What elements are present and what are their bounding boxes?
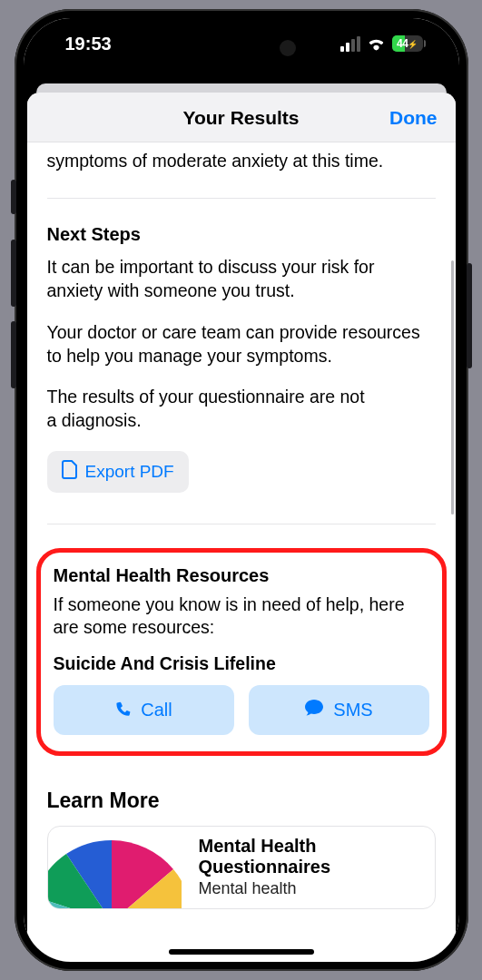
- modal-backdrop: Your Results Done symptoms of moderate a…: [24, 69, 459, 962]
- screen: 19:53 44⚡ Your Results Done: [24, 18, 459, 962]
- status-right: 44⚡: [340, 35, 423, 52]
- phone-icon: [114, 700, 132, 721]
- call-label: Call: [141, 700, 172, 720]
- content-scroll[interactable]: symptoms of moderate anxiety at this tim…: [27, 142, 456, 962]
- cellular-icon: [340, 36, 360, 52]
- battery-icon: 44⚡: [392, 35, 423, 52]
- learn-more-title: Learn More: [47, 789, 436, 813]
- sms-button[interactable]: SMS: [249, 685, 429, 735]
- page-title: Your Results: [183, 107, 300, 129]
- next-steps-title: Next Steps: [47, 224, 436, 245]
- learn-card-title: Mental Health Questionnaires: [198, 836, 434, 877]
- sms-label: SMS: [333, 700, 372, 720]
- resources-intro: If someone you know is in need of help, …: [54, 593, 429, 640]
- export-pdf-label: Export PDF: [85, 462, 174, 482]
- done-button[interactable]: Done: [389, 107, 438, 129]
- learn-more-card[interactable]: Mental Health Questionnaires Mental heal…: [47, 826, 436, 909]
- message-icon: [304, 699, 324, 721]
- learn-card-subtitle: Mental health: [198, 879, 434, 898]
- next-steps-p3: The results of your questionnaire are no…: [47, 386, 436, 432]
- next-steps-section: Next Steps It can be important to discus…: [27, 224, 456, 492]
- pie-chart-icon: [48, 827, 182, 908]
- divider: [47, 524, 436, 524]
- next-steps-p2: Your doctor or care team can provide res…: [47, 321, 436, 368]
- next-steps-p1: It can be important to discuss your risk…: [47, 256, 436, 302]
- lifeline-title: Suicide And Crisis Lifeline: [54, 653, 429, 674]
- nav-header: Your Results Done: [27, 93, 456, 142]
- card-stack-peek: [36, 83, 447, 93]
- resources-title: Mental Health Resources: [54, 565, 429, 586]
- results-modal: Your Results Done symptoms of moderate a…: [27, 93, 456, 962]
- learn-more-section: Learn More: [27, 756, 456, 909]
- dynamic-island: [178, 31, 305, 65]
- side-button: [11, 180, 16, 214]
- phone-frame: 19:53 44⚡ Your Results Done: [15, 9, 468, 971]
- scrollbar[interactable]: [451, 260, 454, 514]
- lifeline-actions: Call SMS: [54, 685, 429, 735]
- power-button: [467, 263, 472, 368]
- wifi-icon: [367, 37, 386, 51]
- result-summary-text: symptoms of moderate anxiety at this tim…: [47, 142, 436, 172]
- volume-down-button: [11, 321, 16, 388]
- call-button[interactable]: Call: [54, 685, 234, 735]
- divider: [47, 198, 436, 199]
- status-time: 19:53: [65, 34, 112, 54]
- export-pdf-button[interactable]: Export PDF: [47, 451, 189, 493]
- mental-health-resources-section: Mental Health Resources If someone you k…: [36, 548, 447, 757]
- document-icon: [62, 460, 77, 484]
- home-indicator[interactable]: [169, 949, 314, 955]
- volume-up-button: [11, 240, 16, 307]
